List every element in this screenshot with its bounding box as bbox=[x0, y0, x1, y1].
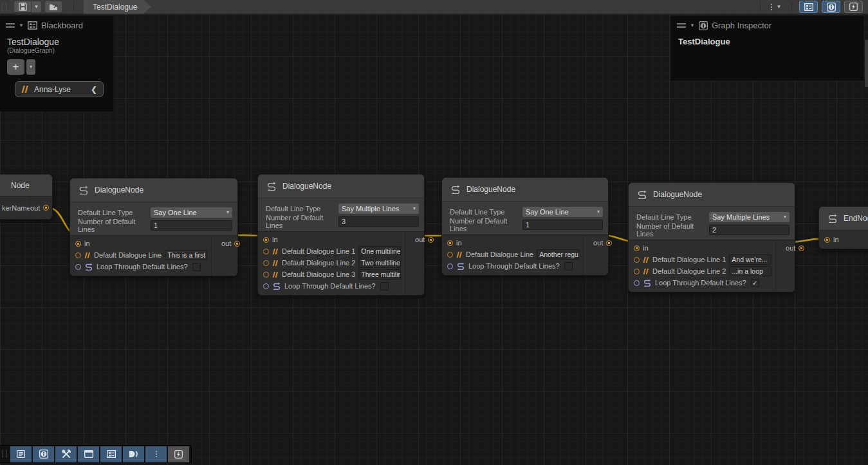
in-port-label: in bbox=[84, 240, 90, 247]
blackboard-property-row[interactable]: Anna-Lyse ❮ bbox=[15, 81, 104, 97]
node-title-bar[interactable]: EndNode bbox=[819, 207, 868, 230]
node-title-bar[interactable]: DialogueNode bbox=[629, 183, 795, 206]
dialogue-line-field[interactable]: Another regu bbox=[537, 249, 579, 260]
dialogue-line-label: Default Dialogue Line 2 bbox=[652, 267, 726, 275]
chevron-down-icon: ▾ bbox=[413, 206, 416, 211]
loop-port[interactable] bbox=[447, 263, 453, 269]
collapse-triangle-icon[interactable]: ▼ bbox=[690, 23, 695, 28]
inspector-header[interactable]: ▼ Graph Inspector bbox=[672, 17, 863, 34]
inspector-scrollbar[interactable] bbox=[865, 40, 868, 87]
dialogue-line-port[interactable] bbox=[447, 252, 453, 258]
loop-checkbox[interactable] bbox=[380, 282, 389, 290]
node-title: EndNode bbox=[844, 214, 868, 223]
dialogue-node-4[interactable]: DialogueNode Default Line Type Say Multi… bbox=[628, 182, 795, 292]
field-label: Default Line Type bbox=[78, 209, 151, 216]
open-asset-button[interactable] bbox=[45, 1, 62, 12]
loop-checkbox[interactable] bbox=[192, 263, 201, 271]
graph-tab[interactable]: TestDialogue bbox=[84, 0, 151, 14]
dialogue-node-2[interactable]: DialogueNode Default Line Type Say Multi… bbox=[257, 174, 425, 296]
kebab-menu-button[interactable]: ▼ bbox=[764, 1, 788, 12]
line-type-dropdown[interactable]: Say One Line ▾ bbox=[151, 207, 232, 218]
dialogue-line-label: Default Dialogue Line bbox=[466, 251, 533, 258]
dialogue-line-port[interactable] bbox=[634, 257, 640, 263]
save-icon bbox=[19, 3, 27, 11]
in-port[interactable] bbox=[447, 240, 453, 246]
inspector-toggle-button[interactable] bbox=[822, 1, 840, 13]
blackboard-button[interactable] bbox=[100, 446, 122, 462]
in-port[interactable] bbox=[634, 245, 640, 251]
property-name: Anna-Lyse bbox=[34, 85, 86, 94]
bolt-icon bbox=[849, 3, 858, 11]
num-lines-field[interactable]: 3 bbox=[338, 216, 419, 227]
out-port[interactable] bbox=[799, 245, 804, 251]
out-port[interactable] bbox=[606, 240, 612, 246]
toolbar-separator bbox=[73, 3, 74, 12]
kebab-menu-icon bbox=[156, 451, 157, 457]
out-port[interactable] bbox=[234, 241, 240, 247]
tools-button[interactable] bbox=[55, 446, 77, 462]
dropdown-value: Say One Line bbox=[526, 208, 597, 216]
inspector-button[interactable] bbox=[33, 446, 54, 462]
save-dropdown-button[interactable]: ▼ bbox=[32, 1, 41, 12]
node-title-bar[interactable]: Node bbox=[0, 175, 52, 196]
loop-checkbox[interactable] bbox=[564, 262, 573, 270]
dialogue-node-1[interactable]: DialogueNode Default Line Type Say One L… bbox=[69, 178, 238, 276]
dialogue-line-field[interactable]: And we're... bbox=[729, 254, 771, 265]
dialogue-line-label: Default Dialogue Line 3 bbox=[282, 270, 355, 278]
speaker-node[interactable]: Node kerName out bbox=[0, 174, 53, 220]
loop-icon bbox=[84, 263, 93, 270]
window-button[interactable] bbox=[78, 446, 99, 462]
chevron-down-icon: ▾ bbox=[784, 214, 786, 220]
num-lines-field[interactable]: 1 bbox=[522, 220, 603, 230]
add-property-button[interactable]: + bbox=[7, 59, 24, 75]
dialogue-line-field[interactable]: Two multiline bbox=[358, 258, 401, 268]
node-title-bar[interactable]: DialogueNode bbox=[258, 175, 424, 198]
dialogue-line-port[interactable] bbox=[263, 260, 269, 266]
loop-checkbox-checked[interactable]: ✓ bbox=[751, 279, 759, 287]
loop-port[interactable] bbox=[263, 283, 269, 289]
dialogue-line-field[interactable]: This is a first bbox=[165, 250, 207, 260]
num-lines-field[interactable]: 2 bbox=[709, 225, 790, 235]
open-asset-icon bbox=[49, 3, 58, 11]
blackboard-header[interactable]: ▼ Blackboard bbox=[1, 17, 113, 34]
dialogue-line-port[interactable] bbox=[634, 269, 640, 274]
collapse-left-icon[interactable]: ❮ bbox=[91, 85, 97, 94]
dialogue-node-icon bbox=[78, 185, 89, 195]
kebab-menu-button[interactable] bbox=[145, 446, 167, 462]
console-button[interactable] bbox=[10, 446, 32, 462]
drag-handle-icon bbox=[677, 23, 686, 28]
dialogue-graph-editor-window: ▼ TestDialogue ▼ bbox=[0, 0, 868, 465]
dialogue-line-port[interactable] bbox=[263, 249, 269, 254]
in-port[interactable] bbox=[263, 237, 269, 243]
bolt-toggle-button[interactable] bbox=[844, 1, 863, 13]
line-type-dropdown[interactable]: Say Multiple Lines ▾ bbox=[338, 204, 419, 214]
bolt-button[interactable] bbox=[168, 446, 189, 462]
node-title-bar[interactable]: DialogueNode bbox=[70, 178, 237, 202]
out-port[interactable] bbox=[428, 237, 434, 243]
dialogue-line-label: Default Dialogue Line 2 bbox=[282, 259, 355, 267]
save-button[interactable] bbox=[14, 1, 31, 12]
line-type-dropdown[interactable]: Say Multiple Lines ▾ bbox=[709, 212, 790, 222]
toolbar-handle bbox=[3, 450, 6, 458]
line-type-dropdown[interactable]: Say One Line ▾ bbox=[522, 207, 603, 217]
out-port[interactable] bbox=[43, 205, 49, 211]
dialogue-line-port[interactable] bbox=[263, 272, 269, 278]
in-port[interactable] bbox=[824, 237, 830, 243]
num-lines-field[interactable]: 1 bbox=[151, 220, 232, 231]
dialogue-button[interactable] bbox=[123, 446, 144, 462]
dialogue-line-field[interactable]: One multiline bbox=[358, 246, 401, 256]
add-property-dropdown[interactable]: ▾ bbox=[26, 59, 35, 75]
in-port[interactable] bbox=[75, 241, 81, 247]
loop-port[interactable] bbox=[75, 264, 81, 270]
blackboard-toggle-button[interactable] bbox=[799, 1, 818, 13]
loop-port[interactable] bbox=[634, 280, 640, 286]
dialogue-node-3[interactable]: DialogueNode Default Line Type Say One L… bbox=[441, 177, 609, 276]
node-title-bar[interactable]: DialogueNode bbox=[442, 178, 608, 201]
dialogue-line-port[interactable] bbox=[75, 252, 81, 258]
dialogue-line-field[interactable]: ...in a loop bbox=[729, 266, 771, 276]
collapse-triangle-icon[interactable]: ▼ bbox=[19, 23, 24, 28]
graph-inspector-panel: ▼ Graph Inspector TestDialogue bbox=[671, 16, 863, 81]
field-label: Default Line Type bbox=[636, 213, 709, 221]
dialogue-line-field[interactable]: Three multilin bbox=[358, 269, 401, 280]
end-node[interactable]: EndNode in bbox=[818, 206, 868, 249]
